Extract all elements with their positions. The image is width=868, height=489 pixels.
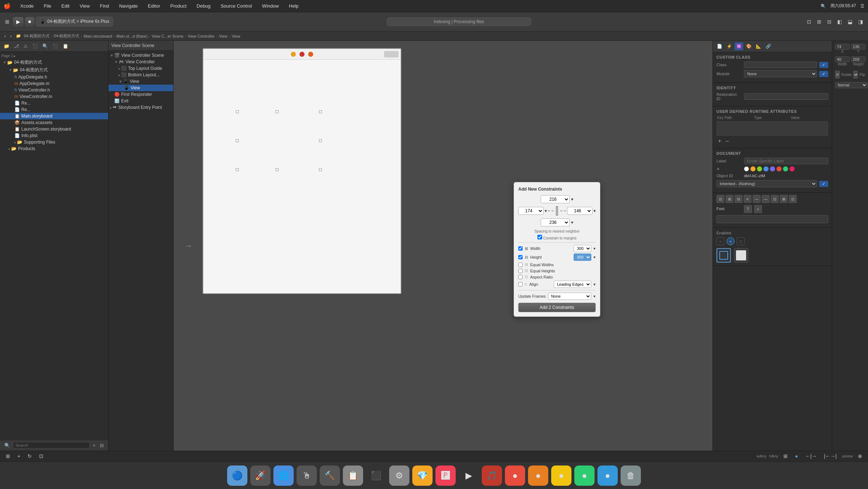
search-input[interactable] [13,442,90,448]
left-value-input[interactable]: 174 [518,207,544,215]
tree-products[interactable]: ▸ 📂 Products [0,145,108,152]
dock-terminal[interactable]: ⬛ [366,465,386,486]
right-value-input[interactable]: 146 [567,207,592,215]
sidebar-test-icon[interactable]: ⬛ [31,43,39,50]
add-constraints-button[interactable]: Add 2 Constraints [518,303,596,312]
menu-list-icon[interactable]: ☰ [860,4,864,9]
dock-finder[interactable]: 🔵 [227,465,247,486]
height-input[interactable] [851,56,865,62]
fmt-icon-4[interactable]: ≡ [744,195,752,203]
inspector-tab-identity[interactable]: 🆔 [735,42,743,50]
add-file-btn[interactable]: + [91,442,97,449]
color-white[interactable] [744,166,749,171]
color-red[interactable] [776,166,782,171]
menu-file[interactable]: File [42,3,54,9]
inspector-tab-quick[interactable]: ⚡ [725,42,733,50]
dock-pocket[interactable]: 🅿 [435,465,456,486]
menu-debug[interactable]: Debug [195,3,213,9]
menu-navigate[interactable]: Navigate [117,3,140,9]
dock-iterm[interactable]: ▶ [459,465,479,486]
module-confirm-btn[interactable]: ✓ [819,71,828,77]
add-attr-btn[interactable]: + [716,137,723,145]
update-frames-select[interactable]: None [548,293,591,300]
selection-handle-tr[interactable] [319,110,322,113]
inspector-tab-connections[interactable]: 🔗 [764,42,773,50]
scheme-selector[interactable]: 📱 04-检图的方式 > iPhone 6s Plus [36,17,113,26]
breadcrumb-item-3[interactable]: Main.storyboard [84,34,112,38]
equal-widths-checkbox[interactable] [518,263,523,267]
list-item[interactable]: h ViewController.h [0,87,108,93]
color-blue[interactable] [763,166,769,171]
sidebar-folder-icon[interactable]: 📁 [2,43,11,50]
doc-label-input[interactable] [744,158,828,164]
color-pink[interactable] [790,166,795,171]
menu-edit[interactable]: Edit [59,3,72,9]
status-dot-btn[interactable]: ● [793,452,800,460]
breadcrumb-item-7[interactable]: View [219,34,227,38]
restoration-id-input[interactable] [744,93,828,100]
fmt-icon-9[interactable]: ⊡ [789,195,797,203]
workspace-btn[interactable]: ⊞ [3,17,12,26]
breadcrumb-back-btn[interactable]: ‹ [3,34,7,39]
fmt-icon-7[interactable]: ⊡ [771,195,779,203]
width-input[interactable] [835,56,850,62]
selection-handle-tm[interactable] [276,110,278,113]
remove-attr-btn[interactable]: – [724,137,730,145]
dock-launchpad[interactable]: 🚀 [250,465,271,486]
dock-app11[interactable]: ● [551,465,571,486]
enabled-square-btn[interactable]: □ [737,237,745,245]
status-filter-btn[interactable]: ⊞ [4,452,12,460]
x-input[interactable] [835,44,850,50]
tree-root[interactable]: ▼ 📂 04-检图的方式 [0,59,108,66]
menu-product[interactable]: Product [168,3,189,9]
canvas-area[interactable]: → [174,41,712,450]
scene-tree-item-2[interactable]: ▸ ⬛ Top Layout Guide [109,65,173,72]
menu-xcode[interactable]: Xcode [18,3,36,9]
sidebar-debug-icon[interactable]: 🔍 [41,43,50,50]
dock-mouse[interactable]: 🖱 [297,465,317,486]
list-item[interactable]: m ViewController.m [0,93,108,100]
selection-handle-mr[interactable] [319,139,322,142]
menu-view[interactable]: View [77,3,92,9]
enabled-dot-btn[interactable]: ● [727,237,735,245]
breadcrumb-forward-btn[interactable]: › [9,34,13,39]
list-item[interactable]: 📋 LaunchScreen.storyboard [0,126,108,132]
flip-btn[interactable]: ⇄ [853,71,858,78]
list-item[interactable]: 📦 Assets.xcassets [0,119,108,126]
rotate-btn[interactable]: ↺ [835,71,840,78]
scene-tree-item-7[interactable]: 🔚 Exit [109,98,173,104]
module-select[interactable]: None [744,70,817,77]
status-location-btn[interactable]: ⊡ [37,452,46,460]
menu-source-control[interactable]: Source Control [218,3,254,9]
dock-trash[interactable]: 🗑 [621,465,641,486]
scene-tree-item-4[interactable]: ▼ 📱 View [109,78,173,85]
apple-menu-icon[interactable]: 🍎 [4,3,11,9]
scene-tree-item-1[interactable]: ▼ 🎮 View Controller [109,59,173,65]
width-checkbox[interactable] [518,246,523,251]
status-arrow-btn[interactable]: ←|→ [803,452,819,460]
version-editor-btn[interactable]: ⊟ [825,17,834,26]
fmt-icon-5[interactable]: — [753,195,761,203]
tree-subfolder[interactable]: ▼ 📂 04-检图的方式 [0,66,108,74]
sidebar-git-icon[interactable]: ⎇ [12,43,21,50]
stop-button[interactable]: ■ [25,17,34,26]
menu-window[interactable]: Window [260,3,281,9]
color-orange[interactable] [750,166,756,171]
dock-app9[interactable]: ● [505,465,525,486]
tree-page-indicator[interactable]: Page 1 ▸ [0,53,108,59]
dock-app13[interactable]: ● [597,465,618,486]
phone-content[interactable] [203,60,401,293]
list-item[interactable]: h AppDelegate.h [0,74,108,80]
breadcrumb-folder-btn[interactable]: 📁 [14,34,22,38]
constrain-margins-checkbox[interactable] [537,235,542,239]
font-stepper-btn[interactable]: + [754,205,762,213]
menu-editor[interactable]: Editor [146,3,162,9]
inspector-tab-file[interactable]: 📄 [715,42,724,50]
menu-help[interactable]: Help [287,3,301,9]
dock-sketch[interactable]: 💎 [412,465,433,486]
fmt-icon-2[interactable]: ⊞ [726,195,733,203]
breadcrumb-item-5[interactable]: View C...er Scene [152,34,184,38]
inspector-tab-attributes[interactable]: 🎨 [744,42,753,50]
assistant-editor-btn[interactable]: ⊞ [815,17,824,26]
selection-handle-br[interactable] [319,168,322,171]
